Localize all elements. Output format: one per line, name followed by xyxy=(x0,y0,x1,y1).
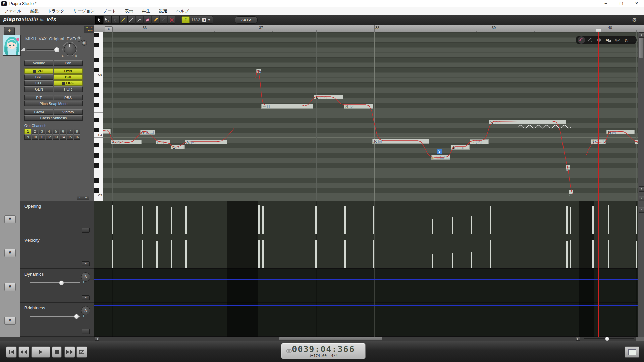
piano-key[interactable] xyxy=(94,168,103,173)
roll-row[interactable] xyxy=(103,138,638,143)
mixer-view-button[interactable] xyxy=(625,346,639,358)
roll-row[interactable] xyxy=(103,173,638,178)
black-key[interactable] xyxy=(94,68,99,72)
note-block[interactable]: で[d e] xyxy=(489,120,566,124)
note-block[interactable]: あ xyxy=(256,69,261,73)
piano-key[interactable] xyxy=(94,178,103,183)
out-channel-3[interactable]: 3 xyxy=(39,129,45,134)
roll-row[interactable] xyxy=(103,193,638,198)
param-button-por[interactable]: POR xyxy=(54,86,83,92)
kana-icon[interactable]: あA xyxy=(614,36,621,44)
piano-key[interactable] xyxy=(94,143,103,148)
black-key[interactable] xyxy=(94,178,99,183)
panel-content-dynamics[interactable] xyxy=(94,269,638,303)
piano-key[interactable] xyxy=(94,32,103,37)
add-panel-button[interactable]: + xyxy=(77,196,83,200)
param-button-bri[interactable]: BRI xyxy=(54,74,83,80)
piano-key[interactable] xyxy=(94,158,103,163)
piano-key[interactable] xyxy=(94,82,103,87)
collapse-dynamics-icon[interactable]: ∨ xyxy=(4,283,16,291)
piano-key[interactable] xyxy=(94,198,103,201)
slider-plus-label[interactable]: + xyxy=(82,313,85,318)
scroll-left-icon[interactable]: ◀ xyxy=(95,337,99,341)
menu-item-再生[interactable]: 再生 xyxy=(138,7,155,15)
note-block[interactable]: あ[a] xyxy=(606,130,635,134)
meter-tempo-button[interactable]: METERTEMPO xyxy=(84,26,94,33)
menu-item-ファイル[interactable]: ファイル xyxy=(0,7,26,15)
delete-tool[interactable] xyxy=(168,16,175,24)
piano-key[interactable] xyxy=(94,113,103,118)
rewind-button[interactable] xyxy=(18,346,29,358)
piano-key[interactable] xyxy=(94,128,103,133)
piano-key[interactable] xyxy=(94,153,103,158)
menu-item-設定[interactable]: 設定 xyxy=(155,7,172,15)
piano-key[interactable] xyxy=(94,87,103,93)
slider-minus-label[interactable]: − xyxy=(24,280,26,285)
polyline-tool[interactable] xyxy=(136,16,143,24)
triplet-badge[interactable]: 3 xyxy=(202,18,206,22)
roll-row[interactable] xyxy=(103,37,638,42)
menu-item-リージョン[interactable]: リージョン xyxy=(69,7,99,15)
note-block[interactable] xyxy=(103,129,111,134)
piano-key[interactable] xyxy=(94,57,103,62)
param-button-cle[interactable]: CLE xyxy=(24,80,53,86)
volume-slider-track[interactable] xyxy=(26,49,58,50)
time-display[interactable]: 0039:04:366 ♩=174.00 4/4 xyxy=(281,343,366,359)
roll-row[interactable] xyxy=(103,32,638,37)
play-button[interactable] xyxy=(31,346,50,358)
out-channel-13[interactable]: 13 xyxy=(53,134,59,140)
vertical-scroll-thumb[interactable] xyxy=(639,38,643,58)
out-channel-9[interactable]: 9 xyxy=(24,134,31,140)
roll-row[interactable] xyxy=(103,128,638,133)
piano-key[interactable] xyxy=(94,188,103,193)
piano-key[interactable]: C5 xyxy=(94,72,103,77)
scroll-down-icon[interactable]: ▼ xyxy=(639,186,644,192)
piano-key[interactable] xyxy=(94,173,103,178)
note-block[interactable]: じ[dZ] xyxy=(470,139,489,144)
roll-row[interactable] xyxy=(103,158,638,163)
pan-knob[interactable] xyxy=(64,43,76,55)
param-button-vibrato[interactable]: Vibrato xyxy=(54,109,83,115)
piano-key[interactable] xyxy=(94,103,103,108)
roll-row[interactable] xyxy=(103,98,638,103)
roll-row[interactable] xyxy=(103,62,638,67)
param-button-cross-synthesis[interactable]: Cross Synthesis xyxy=(24,115,83,121)
piano-key[interactable] xyxy=(94,93,103,98)
grid-value[interactable]: 1/32 xyxy=(191,17,201,22)
piano-key[interactable] xyxy=(94,163,103,168)
note-block[interactable]: ん[N\] xyxy=(185,140,227,144)
note-block[interactable]: ー[ ] xyxy=(261,104,313,109)
collapse-tracks-button[interactable]: « xyxy=(105,26,113,32)
roll-row[interactable] xyxy=(103,113,638,118)
param-button-pbs[interactable]: PBS xyxy=(54,95,83,100)
out-channel-10[interactable]: 10 xyxy=(32,134,38,140)
pitch-v-icon[interactable]: v xyxy=(587,36,594,44)
piano-key[interactable] xyxy=(94,37,103,42)
menu-item-ノート[interactable]: ノート xyxy=(99,7,120,15)
roll-row[interactable] xyxy=(103,72,638,77)
eraser-tool[interactable] xyxy=(144,16,151,24)
param-button-vel[interactable]: VEL xyxy=(24,68,53,74)
loop-button[interactable] xyxy=(76,346,87,358)
line-tool[interactable] xyxy=(127,16,135,24)
roll-row[interactable] xyxy=(103,52,638,57)
go-start-button[interactable] xyxy=(6,346,17,358)
out-channel-1[interactable]: 1 xyxy=(24,129,31,134)
note-block[interactable]: お[o] xyxy=(344,104,373,109)
out-channel-7[interactable]: 7 xyxy=(67,129,73,134)
pointer-tool[interactable] xyxy=(95,16,103,24)
out-channel-14[interactable]: 14 xyxy=(60,134,66,140)
menu-item-ヘルプ[interactable]: ヘルプ xyxy=(172,7,193,15)
panel-slider-thumb[interactable] xyxy=(59,280,64,285)
close-button[interactable]: ✕ xyxy=(629,0,644,7)
roll-row[interactable] xyxy=(103,183,638,188)
out-channel-16[interactable]: 16 xyxy=(74,134,80,140)
piano-key[interactable] xyxy=(94,67,103,72)
note-block[interactable]: ま[m a] xyxy=(451,145,470,150)
black-key[interactable] xyxy=(94,103,99,107)
grid-snap-icon[interactable]: # xyxy=(182,16,190,23)
roll-row[interactable] xyxy=(103,163,638,168)
collapse-opening-icon[interactable]: ∨ xyxy=(4,215,16,223)
piano-key[interactable] xyxy=(94,148,103,153)
pointer-dim-tool[interactable] xyxy=(111,16,119,24)
